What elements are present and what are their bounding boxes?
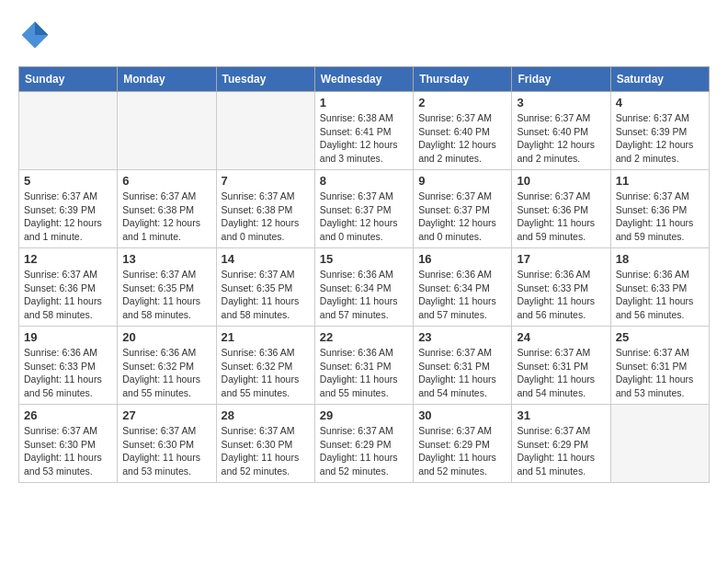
day-info: Sunrise: 6:37 AM Sunset: 6:36 PM Dayligh… — [24, 268, 112, 322]
day-info: Sunrise: 6:37 AM Sunset: 6:36 PM Dayligh… — [517, 190, 605, 244]
day-info: Sunrise: 6:37 AM Sunset: 6:39 PM Dayligh… — [616, 111, 704, 166]
calendar-cell: 29Sunrise: 6:37 AM Sunset: 6:29 PM Dayli… — [314, 405, 413, 483]
day-number: 31 — [517, 408, 605, 422]
day-info: Sunrise: 6:37 AM Sunset: 6:38 PM Dayligh… — [122, 190, 210, 244]
calendar-cell: 4Sunrise: 6:37 AM Sunset: 6:39 PM Daylig… — [610, 92, 709, 170]
calendar-cell: 27Sunrise: 6:37 AM Sunset: 6:30 PM Dayli… — [118, 405, 216, 483]
day-info: Sunrise: 6:37 AM Sunset: 6:30 PM Dayligh… — [24, 424, 112, 478]
calendar-cell: 21Sunrise: 6:36 AM Sunset: 6:32 PM Dayli… — [216, 327, 314, 405]
day-info: Sunrise: 6:37 AM Sunset: 6:35 PM Dayligh… — [122, 268, 210, 322]
calendar-week-row: 19Sunrise: 6:36 AM Sunset: 6:33 PM Dayli… — [19, 327, 710, 405]
day-number: 14 — [222, 252, 310, 266]
day-info: Sunrise: 6:37 AM Sunset: 6:30 PM Dayligh… — [222, 424, 310, 478]
day-number: 2 — [418, 96, 506, 109]
day-number: 12 — [24, 252, 112, 266]
day-number: 16 — [418, 252, 506, 266]
calendar-cell: 22Sunrise: 6:36 AM Sunset: 6:31 PM Dayli… — [314, 327, 413, 405]
day-number: 19 — [24, 330, 112, 344]
logo — [18, 18, 57, 52]
calendar-cell: 20Sunrise: 6:36 AM Sunset: 6:32 PM Dayli… — [118, 327, 216, 405]
calendar-cell — [610, 405, 709, 483]
weekday-header: Wednesday — [314, 67, 413, 92]
calendar-cell — [216, 92, 314, 170]
day-info: Sunrise: 6:37 AM Sunset: 6:39 PM Dayligh… — [24, 190, 112, 244]
calendar-week-row: 26Sunrise: 6:37 AM Sunset: 6:30 PM Dayli… — [19, 405, 710, 483]
day-info: Sunrise: 6:37 AM Sunset: 6:36 PM Dayligh… — [616, 190, 704, 244]
calendar-cell: 14Sunrise: 6:37 AM Sunset: 6:35 PM Dayli… — [216, 248, 314, 327]
weekday-header: Tuesday — [216, 67, 314, 92]
weekday-header: Saturday — [610, 67, 709, 92]
calendar-cell: 15Sunrise: 6:36 AM Sunset: 6:34 PM Dayli… — [314, 248, 413, 327]
day-number: 10 — [517, 174, 605, 188]
day-info: Sunrise: 6:36 AM Sunset: 6:31 PM Dayligh… — [320, 346, 408, 400]
calendar-cell: 11Sunrise: 6:37 AM Sunset: 6:36 PM Dayli… — [610, 170, 709, 248]
day-number: 7 — [222, 174, 310, 188]
day-info: Sunrise: 6:37 AM Sunset: 6:29 PM Dayligh… — [418, 424, 506, 478]
calendar-cell: 17Sunrise: 6:36 AM Sunset: 6:33 PM Dayli… — [512, 248, 610, 327]
day-number: 28 — [222, 408, 310, 422]
day-number: 13 — [122, 252, 210, 266]
day-info: Sunrise: 6:37 AM Sunset: 6:31 PM Dayligh… — [418, 346, 506, 400]
day-number: 5 — [24, 174, 112, 188]
calendar-cell: 10Sunrise: 6:37 AM Sunset: 6:36 PM Dayli… — [512, 170, 610, 248]
calendar-cell: 19Sunrise: 6:36 AM Sunset: 6:33 PM Dayli… — [19, 327, 118, 405]
day-number: 6 — [122, 174, 210, 188]
day-number: 23 — [418, 330, 506, 344]
calendar-cell: 31Sunrise: 6:37 AM Sunset: 6:29 PM Dayli… — [512, 405, 610, 483]
day-info: Sunrise: 6:37 AM Sunset: 6:30 PM Dayligh… — [122, 424, 210, 478]
calendar-cell: 1Sunrise: 6:38 AM Sunset: 6:41 PM Daylig… — [314, 92, 413, 170]
calendar-cell: 16Sunrise: 6:36 AM Sunset: 6:34 PM Dayli… — [414, 248, 512, 327]
calendar-cell: 9Sunrise: 6:37 AM Sunset: 6:37 PM Daylig… — [414, 170, 512, 248]
day-number: 9 — [418, 174, 506, 188]
day-number: 17 — [517, 252, 605, 266]
calendar-cell: 23Sunrise: 6:37 AM Sunset: 6:31 PM Dayli… — [414, 327, 512, 405]
calendar-cell: 5Sunrise: 6:37 AM Sunset: 6:39 PM Daylig… — [19, 170, 118, 248]
day-info: Sunrise: 6:37 AM Sunset: 6:37 PM Dayligh… — [320, 190, 408, 244]
calendar-cell: 28Sunrise: 6:37 AM Sunset: 6:30 PM Dayli… — [216, 405, 314, 483]
day-info: Sunrise: 6:36 AM Sunset: 6:33 PM Dayligh… — [24, 346, 112, 400]
calendar-cell — [118, 92, 216, 170]
day-number: 24 — [517, 330, 605, 344]
calendar-cell: 3Sunrise: 6:37 AM Sunset: 6:40 PM Daylig… — [512, 92, 610, 170]
day-info: Sunrise: 6:36 AM Sunset: 6:34 PM Dayligh… — [418, 268, 506, 322]
calendar-cell: 26Sunrise: 6:37 AM Sunset: 6:30 PM Dayli… — [19, 405, 118, 483]
day-number: 15 — [320, 252, 408, 266]
day-info: Sunrise: 6:36 AM Sunset: 6:32 PM Dayligh… — [122, 346, 210, 400]
day-number: 21 — [222, 330, 310, 344]
day-number: 26 — [24, 408, 112, 422]
day-number: 18 — [616, 252, 704, 266]
calendar-week-row: 1Sunrise: 6:38 AM Sunset: 6:41 PM Daylig… — [19, 92, 710, 170]
svg-marker-1 — [35, 22, 48, 35]
page-header — [18, 18, 710, 52]
weekday-header: Friday — [512, 67, 610, 92]
day-info: Sunrise: 6:37 AM Sunset: 6:35 PM Dayligh… — [222, 268, 310, 322]
day-number: 1 — [320, 96, 408, 109]
day-info: Sunrise: 6:38 AM Sunset: 6:41 PM Dayligh… — [320, 111, 408, 166]
calendar-header-row: SundayMondayTuesdayWednesdayThursdayFrid… — [19, 67, 710, 92]
day-info: Sunrise: 6:37 AM Sunset: 6:37 PM Dayligh… — [418, 190, 506, 244]
calendar-cell: 7Sunrise: 6:37 AM Sunset: 6:38 PM Daylig… — [216, 170, 314, 248]
calendar-cell: 8Sunrise: 6:37 AM Sunset: 6:37 PM Daylig… — [314, 170, 413, 248]
day-number: 8 — [320, 174, 408, 188]
day-info: Sunrise: 6:37 AM Sunset: 6:38 PM Dayligh… — [222, 190, 310, 244]
day-info: Sunrise: 6:37 AM Sunset: 6:31 PM Dayligh… — [517, 346, 605, 400]
day-info: Sunrise: 6:37 AM Sunset: 6:29 PM Dayligh… — [517, 424, 605, 478]
calendar-cell: 12Sunrise: 6:37 AM Sunset: 6:36 PM Dayli… — [19, 248, 118, 327]
day-info: Sunrise: 6:37 AM Sunset: 6:31 PM Dayligh… — [616, 346, 704, 400]
calendar-cell — [19, 92, 118, 170]
calendar-cell: 24Sunrise: 6:37 AM Sunset: 6:31 PM Dayli… — [512, 327, 610, 405]
day-info: Sunrise: 6:36 AM Sunset: 6:33 PM Dayligh… — [517, 268, 605, 322]
day-info: Sunrise: 6:36 AM Sunset: 6:34 PM Dayligh… — [320, 268, 408, 322]
day-number: 22 — [320, 330, 408, 344]
day-number: 25 — [616, 330, 704, 344]
day-info: Sunrise: 6:36 AM Sunset: 6:32 PM Dayligh… — [222, 346, 310, 400]
logo-icon — [18, 18, 51, 52]
day-number: 30 — [418, 408, 506, 422]
day-info: Sunrise: 6:37 AM Sunset: 6:40 PM Dayligh… — [418, 111, 506, 166]
day-info: Sunrise: 6:37 AM Sunset: 6:40 PM Dayligh… — [517, 111, 605, 166]
day-info: Sunrise: 6:36 AM Sunset: 6:33 PM Dayligh… — [616, 268, 704, 322]
day-number: 4 — [616, 96, 704, 109]
weekday-header: Monday — [118, 67, 216, 92]
calendar-cell: 13Sunrise: 6:37 AM Sunset: 6:35 PM Dayli… — [118, 248, 216, 327]
calendar-week-row: 12Sunrise: 6:37 AM Sunset: 6:36 PM Dayli… — [19, 248, 710, 327]
